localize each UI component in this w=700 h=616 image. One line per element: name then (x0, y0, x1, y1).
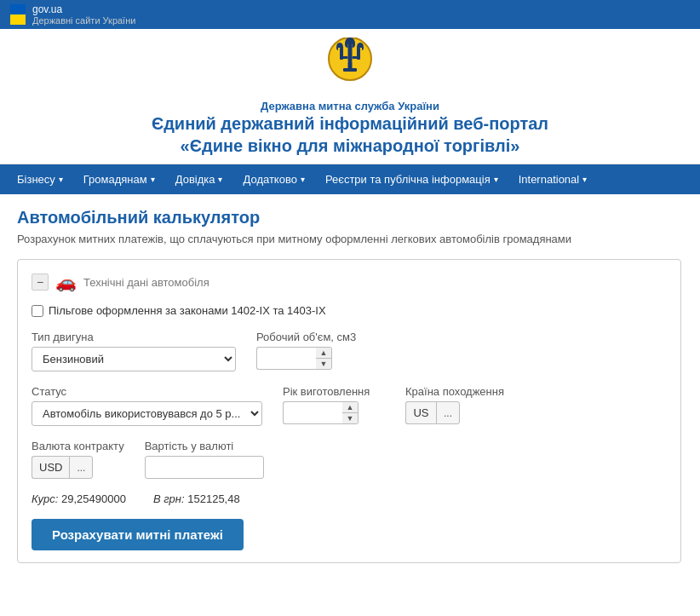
svg-rect-6 (341, 56, 348, 59)
currency-code: USD (32, 456, 69, 479)
form-row-status: Статус Автомобіль використовувався до 5 … (32, 385, 667, 426)
currency-select-button[interactable]: ... (69, 456, 93, 479)
nav-item-dovidka[interactable]: Довідка ▾ (165, 164, 233, 194)
year-input[interactable]: 2018 (283, 401, 342, 424)
nav-item-international[interactable]: International ▾ (508, 164, 598, 194)
status-select[interactable]: Автомобіль використовувався до 5 р... Но… (32, 401, 262, 426)
nav-item-gromadyanam[interactable]: Громадянам ▾ (73, 164, 165, 194)
top-bar-links: gov.ua Державні сайти України (32, 3, 135, 26)
page-content: Автомобільний калькулятор Розрахунок мит… (0, 194, 698, 577)
volume-up-button[interactable]: ▲ (316, 348, 331, 359)
gov-subtitle: Державні сайти України (32, 15, 135, 26)
volume-label: Робочий об'єм, см3 (256, 331, 356, 343)
status-group: Статус Автомобіль використовувався до 5 … (32, 385, 262, 426)
svg-rect-7 (353, 56, 359, 59)
nav-item-dodatkovo[interactable]: Додатково ▾ (232, 164, 314, 194)
year-down-button[interactable]: ▼ (342, 413, 358, 423)
chevron-icon: ▾ (301, 175, 305, 184)
status-label: Статус (32, 385, 262, 398)
calculator-section: − 🚗 Технічні дані автомобіля Пільгове оф… (17, 259, 681, 563)
main-nav: Бізнесу ▾ Громадянам ▾ Довідка ▾ Додатко… (0, 164, 700, 194)
page-title: Автомобільний калькулятор (17, 208, 681, 227)
chevron-icon: ▾ (582, 175, 587, 184)
rate-label: Курс: (32, 492, 58, 505)
country-input: US ... (405, 401, 504, 424)
car-icon: 🚗 (55, 272, 77, 292)
year-spinner-buttons: ▲ ▼ (342, 401, 359, 424)
hrn-display: В грн: 152125,48 (153, 492, 240, 505)
page-subtitle: Розрахунок митних платежів, що сплачують… (17, 233, 681, 245)
country-group: Країна походження US ... (405, 385, 504, 426)
section-title: Технічні дані автомобіля (83, 276, 209, 289)
collapse-button[interactable]: − (32, 273, 49, 291)
nav-item-biznesu[interactable]: Бізнесу ▾ (7, 164, 73, 194)
engine-type-select[interactable]: Бензиновий Дизельний Електричний Гібридн… (32, 347, 236, 371)
section-header: − 🚗 Технічні дані автомобіля (32, 272, 667, 292)
rate-value: 29,25490000 (61, 492, 126, 505)
ukraine-flag (10, 4, 26, 25)
form-row-engine: Тип двигуна Бензиновий Дизельний Електри… (32, 331, 667, 371)
form-row-currency: Валюта контракту USD ... Вартість у валю… (32, 440, 667, 479)
currency-input: USD ... (32, 456, 124, 479)
volume-spinner: 2000 ▲ ▼ (256, 347, 356, 370)
country-select-button[interactable]: ... (436, 401, 460, 424)
country-code: US (405, 401, 436, 424)
nav-item-reestry[interactable]: Реєстри та публічна інформація ▾ (315, 164, 508, 194)
calculate-button[interactable]: Розрахувати митні платежі (32, 519, 244, 550)
volume-spinner-buttons: ▲ ▼ (316, 347, 332, 370)
currency-label: Валюта контракту (32, 440, 124, 452)
privilege-checkbox[interactable] (32, 305, 43, 317)
year-group: Рік виготовлення 2018 ▲ ▼ (283, 385, 385, 426)
svg-rect-1 (348, 44, 353, 61)
header: Державна митна служба України Єдиний дер… (0, 29, 700, 164)
chevron-icon: ▾ (494, 175, 498, 184)
year-spinner: 2018 ▲ ▼ (283, 401, 385, 424)
year-up-button[interactable]: ▲ (342, 402, 358, 413)
cost-label: Вартість у валюті (145, 440, 264, 452)
country-label: Країна походження (405, 385, 504, 398)
chevron-icon: ▾ (151, 175, 155, 184)
rate-row: Курс: 29,25490000 В грн: 152125,48 (32, 492, 667, 505)
cost-group: Вартість у валюті 5200 (145, 440, 264, 479)
top-bar: gov.ua Державні сайти України (0, 0, 700, 29)
volume-input[interactable]: 2000 (256, 347, 316, 370)
gov-link[interactable]: gov.ua (32, 3, 135, 15)
volume-group: Робочий об'єм, см3 2000 ▲ ▼ (256, 331, 356, 371)
rate-display: Курс: 29,25490000 (32, 492, 126, 505)
engine-type-label: Тип двигуна (32, 331, 236, 343)
engine-type-group: Тип двигуна Бензиновий Дизельний Електри… (32, 331, 236, 371)
chevron-icon: ▾ (218, 175, 222, 184)
header-title-main: Державна митна служба України (17, 100, 683, 112)
header-title-big: Єдиний державний інформаційний веб-порта… (17, 112, 683, 157)
cost-input[interactable]: 5200 (145, 456, 264, 479)
privilege-label: Пільгове оформлення за законами 1402-IX … (49, 304, 326, 317)
hrn-value: 152125,48 (187, 492, 239, 505)
trident-logo (324, 37, 376, 97)
currency-group: Валюта контракту USD ... (32, 440, 124, 479)
hrn-label: В грн: (153, 492, 185, 505)
year-label: Рік виготовлення (283, 385, 385, 398)
volume-down-button[interactable]: ▼ (316, 359, 331, 369)
privilege-checkbox-row: Пільгове оформлення за законами 1402-IX … (32, 304, 667, 317)
svg-rect-5 (343, 68, 357, 72)
chevron-icon: ▾ (59, 175, 63, 184)
